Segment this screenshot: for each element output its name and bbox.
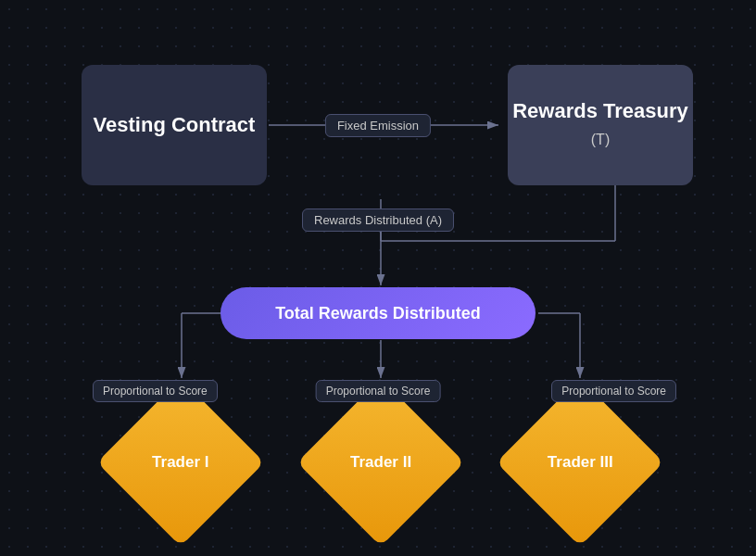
- trader-1-wrapper: Trader I: [121, 403, 240, 522]
- trader-2-label: Trader II: [350, 453, 411, 472]
- diagram-container: Vesting Contract Fixed Emission Rewards …: [26, 14, 730, 542]
- rewards-treasury-label: Rewards Treasury (T): [508, 98, 693, 151]
- proportional-left-text: Proportional to Score: [103, 385, 208, 398]
- rewards-treasury-box: Rewards Treasury (T): [508, 65, 693, 185]
- fixed-emission-text: Fixed Emission: [337, 119, 419, 133]
- vesting-contract-label: Vesting Contract: [94, 112, 256, 139]
- trader-3-label: Trader III: [548, 453, 613, 472]
- proportional-label-right: Proportional to Score: [551, 380, 676, 402]
- trader-1-diamond: Trader I: [96, 378, 264, 546]
- proportional-label-left: Proportional to Score: [93, 380, 218, 402]
- trader-3-wrapper: Trader III: [521, 403, 639, 522]
- trader-1-label: Trader I: [152, 453, 208, 472]
- proportional-right-text: Proportional to Score: [561, 385, 666, 398]
- rewards-distributed-suffix: (A): [426, 213, 442, 227]
- proportional-center-text: Proportional to Score: [326, 385, 431, 398]
- fixed-emission-label: Fixed Emission: [325, 114, 431, 137]
- vesting-contract-box: Vesting Contract: [82, 65, 267, 185]
- trader-2-diamond: Trader II: [296, 378, 464, 546]
- proportional-label-center: Proportional to Score: [316, 380, 441, 402]
- rewards-distributed-label: Rewards Distributed (A): [302, 208, 454, 232]
- trader-2-wrapper: Trader II: [321, 403, 440, 522]
- total-rewards-pill: Total Rewards Distributed: [220, 287, 536, 339]
- trader-3-diamond: Trader III: [496, 378, 663, 546]
- total-rewards-label: Total Rewards Distributed: [275, 304, 481, 323]
- rewards-treasury-suffix: (T): [591, 132, 610, 147]
- rewards-distributed-text: Rewards Distributed (A): [314, 213, 442, 227]
